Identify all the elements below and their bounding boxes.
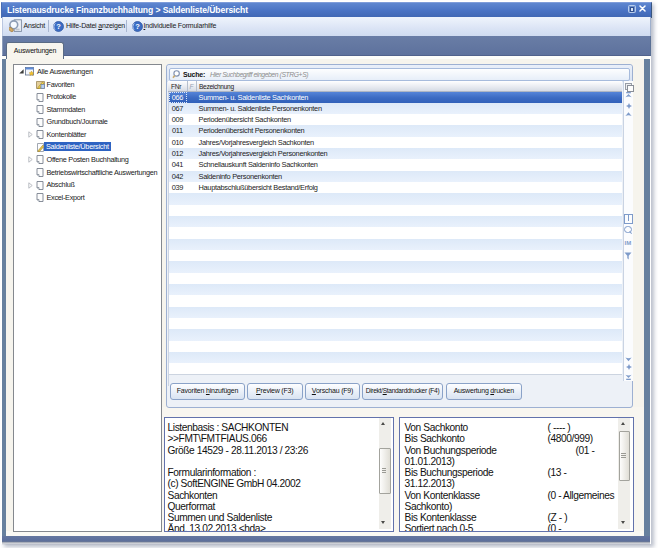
svg-text:?: ?: [56, 22, 61, 31]
svg-text:?: ?: [135, 22, 140, 31]
